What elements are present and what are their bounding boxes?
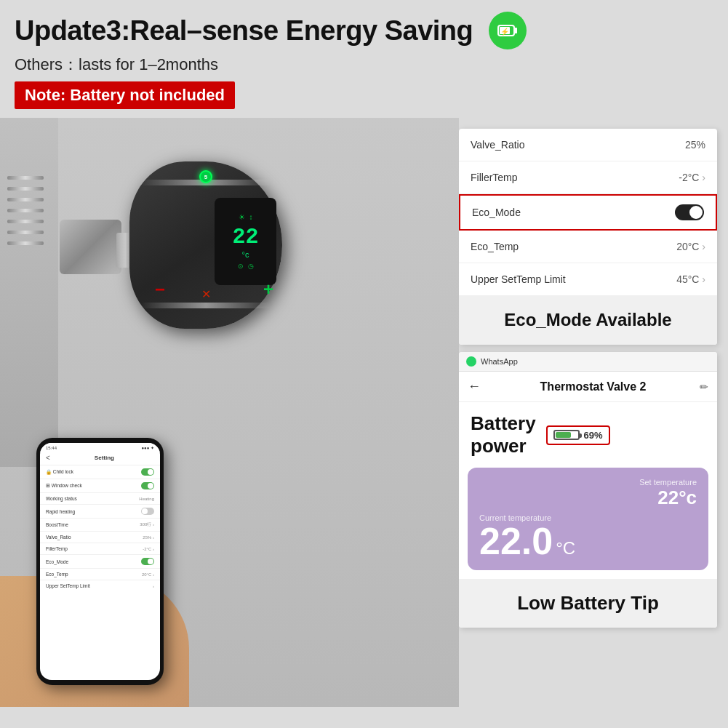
toggle-child-lock[interactable] — [141, 468, 154, 476]
right-panel: Valve_Ratio 25% FillerTemp -2°C › Eco_Mo… — [459, 118, 728, 707]
settings-row-valve: Valve_Ratio 25% — [459, 129, 717, 161]
settings-row-eco-temp: Eco_Temp 20°C › — [459, 231, 717, 263]
page-wrapper: Update3:Real–sense Energy Saving ⚡ Other… — [0, 0, 728, 728]
header-section: Update3:Real–sense Energy Saving ⚡ Other… — [0, 0, 728, 115]
toggle-rapid[interactable] — [141, 508, 154, 515]
valve-value: 25% — [685, 139, 705, 151]
phone-row-child-lock: 🔒 Child lock — [40, 465, 160, 479]
device-assembly: 5 ☀ ↕ 22 °c ⊙ ◷ — [22, 147, 313, 409]
battery-percent: 69% — [584, 430, 603, 441]
eco-temp-label: Eco_Temp — [471, 241, 519, 252]
battery-back-btn[interactable]: ← — [468, 379, 481, 394]
low-battery-tip-label: Low Battery Tip — [459, 579, 717, 628]
display-unit: °c — [242, 250, 249, 259]
upper-label: Upper SetTemp Limit — [471, 273, 566, 285]
current-temp-unit: °C — [556, 538, 575, 559]
eco-temp-value: 20°C › — [676, 241, 705, 252]
upper-value: 45°C › — [676, 273, 705, 285]
filler-value: -2°C › — [679, 172, 705, 183]
settings-card: Valve_Ratio 25% FillerTemp -2°C › Eco_Mo… — [459, 129, 717, 345]
whatsapp-dot — [466, 356, 476, 367]
set-temp-label: Set temperature — [639, 478, 697, 487]
title-row: Update3:Real–sense Energy Saving ⚡ — [15, 12, 713, 49]
eco-toggle[interactable] — [675, 204, 704, 220]
eco-mode-available-label: Eco_Mode Available — [459, 295, 717, 345]
svg-rect-1 — [514, 28, 517, 33]
display-icons-bottom: ⊙ ◷ — [238, 263, 254, 270]
battery-power-label: Batterypower — [471, 412, 536, 457]
toggle-window[interactable] — [141, 482, 154, 489]
green-dot: 5 — [199, 170, 212, 183]
toggle-eco[interactable] — [141, 558, 154, 565]
temp-display: Set temperature 22°c Current temperature… — [468, 468, 708, 570]
x-button[interactable]: ✕ — [201, 287, 211, 301]
phone-signal: ●●● ✦ — [141, 445, 154, 450]
eco-mode-label: Eco_Mode — [472, 207, 521, 218]
current-temp-row: 22.0 °C — [479, 522, 697, 560]
phone-row-boost: BoostTime 300行 › — [40, 519, 160, 532]
subtitle: Others：lasts for 1–2months — [15, 54, 713, 76]
title-bold: Update3: — [15, 15, 130, 46]
phone-row-working: Working status Heating — [40, 493, 160, 505]
phone-app-title: Setting — [55, 455, 154, 461]
phone-mockup: 15:44 ●●● ✦ < Setting 🔒 Child lock ⊞ W — [36, 438, 164, 685]
battery-charging-icon: ⚡ — [497, 20, 519, 41]
battery-icon-circle: ⚡ — [489, 12, 527, 49]
device-display: ☀ ↕ 22 °c ⊙ ◷ — [215, 198, 276, 285]
battery-nav-title: Thermostat Valve 2 — [487, 380, 700, 393]
svg-text:⚡: ⚡ — [500, 27, 510, 36]
valve-label: Valve_Ratio — [471, 139, 524, 151]
battery-nav: ← Thermostat Valve 2 ✏ — [459, 372, 717, 402]
phone-row-window: ⊞ Window check — [40, 479, 160, 493]
phone-row-valve: Valve_Ratio 25% › — [40, 532, 160, 543]
battery-card: WhatsApp ← Thermostat Valve 2 ✏ Batteryp… — [459, 352, 717, 628]
plus-button[interactable]: + — [263, 279, 273, 300]
battery-bar — [553, 430, 580, 440]
valve-neck — [60, 220, 121, 274]
left-panel: 5 ☀ ↕ 22 °c ⊙ ◷ — [0, 118, 459, 707]
whatsapp-bar: WhatsApp — [459, 352, 717, 372]
settings-row-eco: Eco_Mode — [459, 194, 717, 231]
phone-time: 15:44 — [46, 446, 57, 450]
main-title: Update3:Real–sense Energy Saving — [15, 15, 473, 47]
settings-row-filler: FillerTemp -2°C › — [459, 161, 717, 194]
set-temp-value: 22°c — [639, 487, 697, 509]
minus-button[interactable]: − — [155, 279, 165, 300]
phone-back-btn[interactable]: < — [46, 454, 50, 462]
note-box: Note: Battery not included — [15, 81, 235, 109]
phone-row-filler: FillerTemp -2°C › — [40, 543, 160, 555]
phone-status-bar: 15:44 ●●● ✦ — [40, 443, 160, 452]
battery-edit-icon[interactable]: ✏ — [700, 381, 708, 393]
phone-row-eco: Eco_Mode — [40, 555, 160, 569]
filler-label: FillerTemp — [471, 172, 518, 183]
settings-row-upper: Upper SetTemp Limit 45°C › — [459, 263, 717, 295]
phone-app-header: < Setting — [40, 452, 160, 465]
title-normal: Real–sense Energy Saving — [130, 15, 473, 46]
battery-power-row: Batterypower 69% — [459, 402, 717, 468]
display-temperature: 22 — [232, 226, 258, 248]
whatsapp-label: WhatsApp — [481, 357, 518, 366]
phone-row-upper: Upper SetTemp Limit › — [40, 580, 160, 591]
phone-screen: 15:44 ●●● ✦ < Setting 🔒 Child lock ⊞ W — [40, 443, 160, 680]
current-temp-value: 22.0 — [479, 522, 553, 560]
battery-indicator: 69% — [546, 425, 610, 445]
device-main-body: 5 ☀ ↕ 22 °c ⊙ ◷ — [129, 161, 282, 329]
phone-row-eco-temp: Eco_Temp 20°C › — [40, 569, 160, 580]
phone-row-rapid: Rapid heating — [40, 505, 160, 519]
display-icons-top: ☀ ↕ — [239, 213, 253, 221]
main-content: 5 ☀ ↕ 22 °c ⊙ ◷ — [0, 118, 728, 707]
white-ring-bottom — [140, 303, 271, 308]
